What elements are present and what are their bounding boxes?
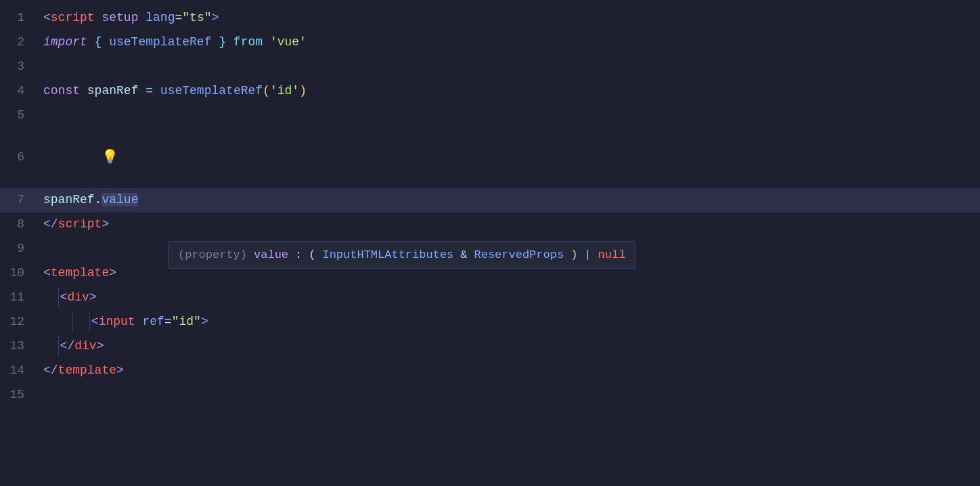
tooltip-paren-open: ( (309, 246, 315, 264)
line-content-7: spanRef.value (41, 190, 980, 210)
line-content-8: </script> (41, 215, 980, 234)
line-number-13: 13 (0, 336, 41, 356)
line-content-6: 💡 (41, 127, 980, 188)
line-content-3 (41, 57, 980, 76)
tooltip-paren-close: ) (571, 246, 577, 264)
line-content-14: </template> (41, 361, 980, 380)
line-content-13: </div> (41, 336, 980, 356)
line-content-2: import { useTemplateRef } from 'vue' (41, 32, 980, 52)
tooltip-type-2: ReservedProps (474, 246, 564, 264)
line-number-5: 5 (0, 106, 41, 125)
line-6: 6 💡 (property) value: (InputHTMLAttribut… (0, 127, 980, 188)
line-number-8: 8 (0, 215, 41, 234)
line-5: 5 (0, 103, 980, 127)
line-13: 13 </div> (0, 334, 980, 359)
tooltip-type-1: InputHTMLAttributes (322, 246, 453, 264)
line-number-1: 1 (0, 8, 41, 28)
tooltip-colon: : (295, 246, 302, 264)
line-number-14: 14 (0, 361, 41, 380)
tooltip-pipe: | (584, 246, 591, 264)
line-7: 7 spanRef.value (0, 188, 980, 213)
tooltip-null: null (598, 246, 626, 264)
line-number-15: 15 (0, 385, 41, 405)
code-area: 1 <script setup lang="ts"> 2 import { us… (0, 0, 980, 413)
line-content-12: <input ref="id"> (41, 312, 980, 332)
line-number-2: 2 (0, 32, 41, 52)
line-content-1: <script setup lang="ts"> (41, 8, 980, 28)
tooltip-popup: (property) value: (InputHTMLAttributes &… (168, 241, 636, 269)
line-number-4: 4 (0, 81, 41, 101)
line-number-10: 10 (0, 263, 41, 283)
line-number-7: 7 (0, 190, 41, 210)
line-8: 8 </script> (0, 213, 980, 237)
line-number-11: 11 (0, 288, 41, 307)
line-number-9: 9 (0, 239, 41, 259)
tooltip-property-name: value (254, 246, 288, 264)
line-content-4: const spanRef = useTemplateRef('id') (41, 81, 980, 101)
line-12: 12 <input ref="id"> (0, 310, 980, 334)
tooltip-amp: & (460, 246, 467, 264)
line-14: 14 </template> (0, 359, 980, 383)
line-4: 4 const spanRef = useTemplateRef('id') (0, 79, 980, 103)
line-1: 1 <script setup lang="ts"> (0, 5, 980, 30)
code-editor: 1 <script setup lang="ts"> 2 import { us… (0, 0, 980, 486)
line-number-3: 3 (0, 57, 41, 76)
line-number-12: 12 (0, 312, 41, 332)
line-11: 11 <div> (0, 286, 980, 310)
line-3: 3 (0, 54, 980, 79)
line-content-15 (41, 385, 980, 405)
line-2: 2 import { useTemplateRef } from 'vue' (0, 30, 980, 54)
line-15: 15 (0, 383, 980, 407)
tooltip-label: (property) (178, 246, 247, 264)
line-content-5 (41, 106, 980, 125)
line-number-6: 6 (0, 148, 41, 167)
line-content-11: <div> (41, 288, 980, 307)
